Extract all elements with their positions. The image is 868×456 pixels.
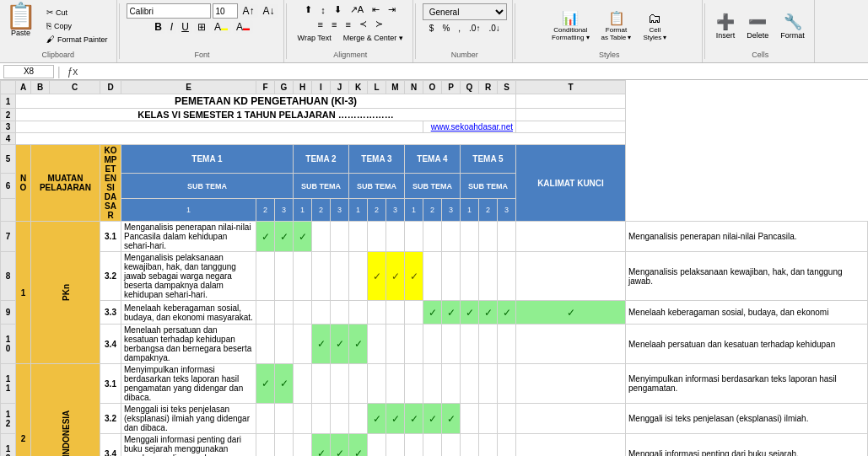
cell-10-1[interactable]: [256, 325, 275, 364]
kd-text-8[interactable]: Menganalisis pelaksanaan kewajiban, hak,…: [121, 252, 256, 301]
check-13-5[interactable]: ✓: [331, 434, 349, 457]
kd-b-3-1[interactable]: 3.1: [100, 364, 121, 404]
format-as-table-button[interactable]: 📋 Formatas Table ▾: [597, 8, 636, 44]
kalimat-10[interactable]: Menelaah persatuan dan kesatuan terhadap…: [626, 325, 868, 364]
kd-b-3-4[interactable]: 3.4: [100, 434, 121, 457]
cell-7-11[interactable]: [442, 222, 461, 252]
check-12-10[interactable]: ✓: [423, 404, 442, 434]
cell-10-9[interactable]: [405, 325, 423, 364]
cell-8-6[interactable]: [349, 252, 368, 301]
subtitle-cell[interactable]: KELAS VI SEMESTER 1 TAHUN PELAJARAN ……………: [16, 109, 516, 121]
cell-9-7[interactable]: [368, 301, 386, 325]
cell-11-8[interactable]: [386, 364, 405, 404]
cell-12-13[interactable]: [479, 404, 498, 434]
align-bottom-button[interactable]: ⬇: [331, 3, 345, 16]
cell-10-2[interactable]: [275, 325, 294, 364]
cell-7-7[interactable]: [368, 222, 386, 252]
cell-9-1[interactable]: [256, 301, 275, 325]
cell-10-14[interactable]: [498, 325, 516, 364]
kd-3-3[interactable]: 3.3: [100, 301, 121, 325]
col-header-S[interactable]: S: [498, 81, 516, 94]
conditional-formatting-button[interactable]: 📊 Conditional Formatting ▾: [547, 8, 593, 44]
italic-button[interactable]: I: [167, 20, 176, 34]
cell-8-15[interactable]: [516, 252, 626, 301]
cell-13-1[interactable]: [256, 434, 275, 457]
cell-12-15[interactable]: [516, 404, 626, 434]
col-header-T[interactable]: T: [516, 81, 626, 94]
check-9-12[interactable]: ✓: [461, 301, 479, 325]
check-8-8[interactable]: ✓: [386, 252, 405, 301]
check-12-7[interactable]: ✓: [368, 404, 386, 434]
border-button[interactable]: ⊞: [194, 20, 209, 34]
font-name-input[interactable]: [127, 3, 211, 19]
cell-8-1[interactable]: [256, 252, 275, 301]
col-header-D[interactable]: D: [100, 81, 121, 94]
col-header-F[interactable]: F: [256, 81, 275, 94]
check-12-8[interactable]: ✓: [386, 404, 405, 434]
kd-text-13[interactable]: Menggali informasi penting dari buku sej…: [121, 434, 256, 457]
cell-9-8[interactable]: [386, 301, 405, 325]
cell-7-9[interactable]: [405, 222, 423, 252]
cell-12-3[interactable]: [294, 404, 312, 434]
cell-T3[interactable]: [516, 121, 626, 133]
cell-12-5[interactable]: [331, 404, 349, 434]
cell-7-14[interactable]: [498, 222, 516, 252]
cell-10-11[interactable]: [442, 325, 461, 364]
col-header-Q[interactable]: Q: [461, 81, 479, 94]
align-top-button[interactable]: ⬆: [301, 3, 315, 16]
cell-11-10[interactable]: [423, 364, 442, 404]
font-color-button[interactable]: A▬: [233, 20, 253, 34]
kalimat-13[interactable]: Menggali informasi penting dari buku sej…: [626, 434, 868, 457]
format-button[interactable]: 🔧 Format: [776, 10, 809, 42]
col-header-R[interactable]: R: [479, 81, 498, 94]
kd-text-10[interactable]: Menelaah persatuan dan kesatuan terhadap…: [121, 325, 256, 364]
function-icon[interactable]: ƒx: [64, 65, 82, 78]
cell-12-2[interactable]: [275, 404, 294, 434]
cell-13-3[interactable]: [294, 434, 312, 457]
cell-9-6[interactable]: [349, 301, 368, 325]
cell-7-6[interactable]: [349, 222, 368, 252]
align-left-button[interactable]: ≡: [315, 18, 326, 30]
decrease-indent-button[interactable]: ≺: [356, 18, 370, 30]
check-7-1[interactable]: ✓: [256, 222, 275, 252]
kalimat-12[interactable]: Menggali isi teks penjelasan (eksplanasi…: [626, 404, 868, 434]
cell-8-11[interactable]: [442, 252, 461, 301]
cell-8-2[interactable]: [275, 252, 294, 301]
col-header-M[interactable]: M: [386, 81, 405, 94]
cell-13-10[interactable]: [423, 434, 442, 457]
kd-b-3-2[interactable]: 3.2: [100, 404, 121, 434]
kd-text-7[interactable]: Menganalisis penerapan nilai-nilai Panca…: [121, 222, 256, 252]
cell-13-2[interactable]: [275, 434, 294, 457]
cell-7-15[interactable]: [516, 222, 626, 252]
check-9-13[interactable]: ✓: [479, 301, 498, 325]
kd-text-11[interactable]: Menyimpulkan informasi berdasarkan teks …: [121, 364, 256, 404]
cell-10-13[interactable]: [479, 325, 498, 364]
col-header-C[interactable]: C: [50, 81, 100, 94]
cell-10-15[interactable]: [516, 325, 626, 364]
check-7-3[interactable]: ✓: [294, 222, 312, 252]
col-header-H[interactable]: H: [294, 81, 312, 94]
col-header-I[interactable]: I: [312, 81, 331, 94]
cell-9-5[interactable]: [331, 301, 349, 325]
col-header-L[interactable]: L: [368, 81, 386, 94]
cell-12-4[interactable]: [312, 404, 331, 434]
cell-13-15[interactable]: [516, 434, 626, 457]
cell-11-6[interactable]: [349, 364, 368, 404]
check-8-7[interactable]: ✓: [368, 252, 386, 301]
check-9-15[interactable]: ✓: [516, 301, 626, 325]
number-format-select[interactable]: General: [423, 3, 507, 20]
cell-11-11[interactable]: [442, 364, 461, 404]
kd-text-9[interactable]: Menelaah keberagaman sosial, budaya, dan…: [121, 301, 256, 325]
indent-left-button[interactable]: ⇤: [369, 3, 383, 16]
formula-input[interactable]: [84, 66, 865, 77]
check-8-9[interactable]: ✓: [405, 252, 423, 301]
cell-13-13[interactable]: [479, 434, 498, 457]
col-header-J[interactable]: J: [331, 81, 349, 94]
cell-styles-button[interactable]: 🗂 CellStyles ▾: [639, 8, 671, 44]
kalimat-7[interactable]: Menganalisis penerapan nilai-nilai Panca…: [626, 222, 868, 252]
check-11-2[interactable]: ✓: [275, 364, 294, 404]
insert-button[interactable]: ➕ Insert: [712, 10, 740, 42]
check-9-14[interactable]: ✓: [498, 301, 516, 325]
cell-13-9[interactable]: [405, 434, 423, 457]
cell-11-14[interactable]: [498, 364, 516, 404]
